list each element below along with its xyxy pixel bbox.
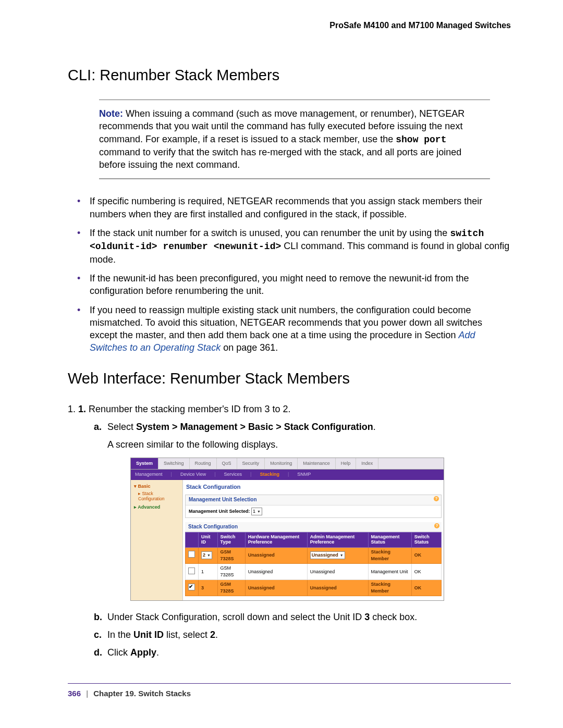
mgmt-unit-label: Management Unit Selected:: [189, 509, 250, 514]
table-row: 1GSM 7328SUnassignedUnassignedManagement…: [186, 564, 442, 580]
bullet-2-pre: If the stack unit number for a switch is…: [90, 228, 450, 238]
step-1a-pre: Select: [107, 422, 136, 432]
subtab-management[interactable]: Management: [131, 470, 167, 479]
chevron-down-icon: ▼: [207, 552, 211, 559]
step-1: 1. Renumber the stacking member's ID fro…: [78, 403, 511, 660]
chevron-down-icon: ▼: [340, 552, 344, 559]
tab-routing[interactable]: Routing: [190, 458, 217, 469]
col-unit-id: Unit ID: [199, 533, 218, 548]
heading-cli: CLI: Renumber Stack Members: [68, 67, 511, 84]
bullet-3: If the newunit-id has been preconfigured…: [68, 272, 511, 298]
footer-rule: [68, 683, 511, 684]
bullet-4: If you need to reassign multiple existin…: [68, 304, 511, 354]
col-mgmt-status: Management Status: [368, 533, 411, 548]
bullet-2: If the stack unit number for a switch is…: [68, 227, 511, 266]
step-1b-post: check box.: [370, 612, 417, 622]
admin-pref-cell: Unassigned: [307, 580, 368, 596]
table-row: 2 ▼GSM 7328SUnassignedUnassigned ▼Stacki…: [186, 547, 442, 563]
nav-advanced[interactable]: ▸ Advanced: [134, 504, 180, 511]
subtab-snmp[interactable]: SNMP: [293, 470, 315, 479]
step-1c-post: .: [215, 630, 218, 640]
section-stack-config-head: Stack Configuration ?: [185, 522, 442, 533]
tab-index[interactable]: Index: [356, 458, 378, 469]
ui-screenshot: System Switching Routing QoS Security Mo…: [130, 458, 444, 601]
subtab-stacking[interactable]: Stacking: [255, 470, 284, 479]
bullet-list: If specific numbering is required, NETGE…: [68, 195, 511, 354]
tab-qos[interactable]: QoS: [217, 458, 237, 469]
step-1a-post: .: [373, 422, 376, 432]
row-checkbox[interactable]: [188, 551, 195, 558]
step-1a: a.Select System > Management > Basic > S…: [94, 420, 511, 601]
heading-web: Web Interface: Renumber Stack Members: [68, 370, 511, 387]
chapter-label: Chapter 19. Switch Stacks: [93, 689, 191, 698]
subtab-device-view[interactable]: Device View: [176, 470, 210, 479]
doc-header: ProSafe M4100 and M7100 Managed Switches: [68, 21, 511, 30]
step-1d: d.Click Apply.: [94, 646, 511, 659]
main-tabs: System Switching Routing QoS Security Mo…: [131, 458, 444, 470]
hw-pref-cell: Unassigned: [245, 547, 307, 563]
section-mgmt-unit: Management Unit Selection ? Management U…: [185, 495, 442, 518]
bullet-4-pre: If you need to reassign multiple existin…: [90, 305, 482, 341]
col-switch-type: Switch Type: [217, 533, 245, 548]
bullet-4-post: on page 361.: [223, 342, 278, 353]
step-1c-mid: list, select: [164, 630, 210, 640]
row-checkbox[interactable]: [188, 567, 195, 574]
note-label: Note:: [99, 108, 123, 119]
step-1a-path: System > Management > Basic > Stack Conf…: [136, 422, 373, 432]
note-box: Note: When issuing a command (such as mo…: [99, 100, 490, 179]
step-1c: c.In the Unit ID list, select 2.: [94, 628, 511, 641]
unit-id-cell: 1: [199, 564, 218, 580]
tab-system[interactable]: System: [131, 458, 158, 469]
tab-security[interactable]: Security: [237, 458, 265, 469]
step-1c-bold1: Unit ID: [133, 630, 164, 640]
hw-pref-cell: Unassigned: [245, 564, 307, 580]
mgmt-status-cell: Management Unit: [368, 564, 411, 580]
step-1-text: Renumber the stacking member's ID from 3…: [89, 404, 291, 414]
step-1b-pre: Under Stack Configuration, scroll down a…: [107, 612, 364, 622]
step-1b: b.Under Stack Configuration, scroll down…: [94, 610, 511, 624]
note-command: show port: [396, 134, 446, 145]
nav-basic[interactable]: ▾ Basic: [134, 483, 180, 490]
hw-pref-cell: Unassigned: [245, 580, 307, 596]
tab-monitoring[interactable]: Monitoring: [265, 458, 298, 469]
step-1d-post: .: [156, 647, 159, 658]
note-text-post: command to verify that the switch has re…: [99, 147, 461, 170]
side-nav: ▾ Basic ▸ Stack Configuration ▸ Advanced: [131, 480, 183, 600]
subtab-services[interactable]: Services: [220, 470, 247, 479]
col-admin-pref: Admin Management Preference: [307, 533, 368, 548]
help-icon[interactable]: ?: [434, 523, 439, 528]
switch-type-cell: GSM 7328S: [217, 547, 245, 563]
switch-status-cell: OK: [411, 580, 441, 596]
step-1a-after: A screen similar to the following displa…: [107, 438, 511, 451]
col-switch-status: Switch Status: [411, 533, 441, 548]
nav-stack-config[interactable]: ▸ Stack Configuration: [134, 491, 180, 501]
stack-table: Unit ID Switch Type Hardware Management …: [185, 532, 442, 596]
switch-type-cell: GSM 7328S: [217, 580, 245, 596]
sub-tabs: Management| Device View| Services| Stack…: [131, 470, 444, 480]
mgmt-status-cell: Stacking Member: [368, 580, 411, 596]
tab-maintenance[interactable]: Maintenance: [298, 458, 336, 469]
step-1b-bold: 3: [364, 612, 370, 622]
page-number: 366: [68, 689, 81, 698]
step-1c-bold2: 2: [210, 630, 215, 640]
ui-page-title: Stack Configuration: [183, 482, 444, 495]
admin-pref-cell: Unassigned: [307, 564, 368, 580]
switch-type-cell: GSM 7328S: [217, 564, 245, 580]
tab-switching[interactable]: Switching: [158, 458, 190, 469]
step-1d-pre: Click: [107, 647, 130, 658]
tab-help[interactable]: Help: [336, 458, 357, 469]
unit-id-cell: 3: [199, 580, 218, 596]
unit-id-select[interactable]: 2 ▼: [201, 551, 212, 559]
section-mgmt-unit-head: Management Unit Selection ?: [186, 495, 441, 505]
help-icon[interactable]: ?: [434, 496, 439, 501]
section-stack-config: Stack Configuration ? Unit ID: [185, 522, 442, 597]
step-1d-bold: Apply: [130, 647, 156, 658]
row-checkbox[interactable]: [188, 584, 195, 590]
bullet-1: If specific numbering is required, NETGE…: [68, 195, 511, 220]
switch-status-cell: OK: [411, 547, 441, 563]
chevron-down-icon: ▼: [257, 508, 261, 515]
admin-pref-select[interactable]: Unassigned ▼: [310, 551, 345, 559]
mgmt-unit-select[interactable]: 1▼: [251, 508, 262, 515]
step-1c-pre: In the: [107, 630, 133, 640]
footer: 366 | Chapter 19. Switch Stacks: [68, 689, 511, 698]
